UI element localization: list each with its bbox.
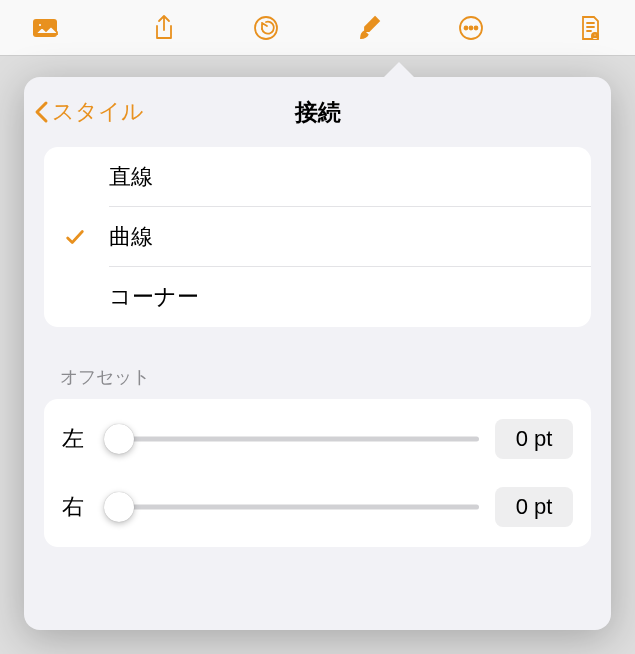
offset-left-row: 左 0 pt — [62, 419, 573, 459]
popover-title: 接続 — [295, 97, 341, 128]
option-label: コーナー — [109, 282, 199, 312]
more-button[interactable] — [441, 8, 501, 48]
undo-icon — [252, 14, 280, 42]
offset-left-label: 左 — [62, 424, 94, 454]
svg-point-4 — [465, 26, 468, 29]
slider-track — [110, 505, 479, 510]
option-curved[interactable]: 曲線 — [44, 207, 591, 267]
undo-button[interactable] — [236, 8, 296, 48]
svg-point-5 — [470, 26, 473, 29]
offset-right-slider[interactable] — [110, 497, 479, 517]
share-button[interactable] — [134, 8, 194, 48]
format-popover: スタイル 接続 直線 曲線 コーナー オフセット 左 — [24, 77, 611, 630]
share-icon — [150, 14, 178, 42]
format-brush-icon — [355, 14, 383, 42]
option-straight[interactable]: 直線 — [44, 147, 591, 207]
option-label: 直線 — [109, 162, 153, 192]
slider-track — [110, 437, 479, 442]
back-button[interactable]: スタイル — [32, 97, 144, 127]
checkmark-icon — [64, 226, 86, 248]
media-icon — [31, 14, 59, 42]
more-icon — [457, 14, 485, 42]
popover-header: スタイル 接続 — [24, 77, 611, 147]
document-button[interactable] — [544, 8, 604, 48]
svg-point-6 — [475, 26, 478, 29]
back-label: スタイル — [52, 97, 144, 127]
offset-right-row: 右 0 pt — [62, 487, 573, 527]
option-label: 曲線 — [109, 222, 153, 252]
offset-section-label: オフセット — [60, 365, 575, 389]
offset-left-slider[interactable] — [110, 429, 479, 449]
popover-arrow — [383, 62, 415, 78]
chevron-left-icon — [32, 99, 52, 125]
format-button[interactable] — [339, 8, 399, 48]
offset-left-value[interactable]: 0 pt — [495, 419, 573, 459]
toolbar — [0, 0, 635, 56]
offset-right-label: 右 — [62, 492, 94, 522]
offset-right-value[interactable]: 0 pt — [495, 487, 573, 527]
checkmark-slot — [64, 226, 109, 248]
slider-thumb[interactable] — [104, 424, 134, 454]
media-button[interactable] — [31, 8, 91, 48]
option-corner[interactable]: コーナー — [44, 267, 591, 327]
offset-card: 左 0 pt 右 0 pt — [44, 399, 591, 547]
slider-thumb[interactable] — [104, 492, 134, 522]
document-icon — [576, 14, 604, 42]
svg-point-8 — [593, 33, 596, 36]
connection-options-card: 直線 曲線 コーナー — [44, 147, 591, 327]
